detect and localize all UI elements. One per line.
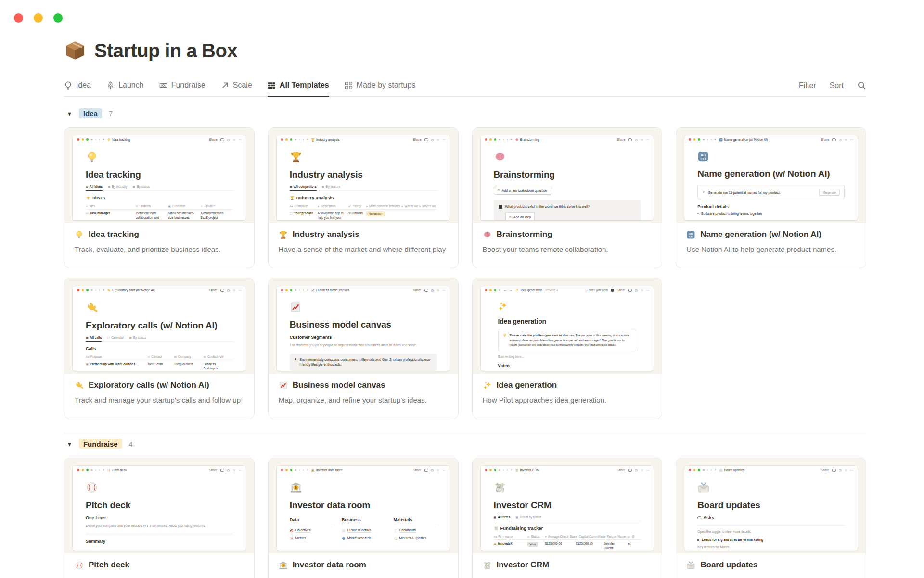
mini-cell-content: Business Developme bbox=[204, 362, 230, 370]
mini-cell-content: ▲InnovateX bbox=[494, 542, 525, 546]
card-title: ABCDName generation (w/ Notion AI) bbox=[686, 230, 856, 239]
mini-column-header-label: Company bbox=[178, 355, 191, 358]
template-card-investor-crm[interactable]: ≡‹›+Investor CRMShare◷☆⋯Investor CRM▦All… bbox=[472, 458, 663, 578]
trophy-icon bbox=[290, 196, 295, 200]
mini-zoom-icon bbox=[494, 138, 497, 141]
mini-cell-text: A comprehensive SaaS project management … bbox=[200, 211, 230, 220]
mini-cell-text: $10/month bbox=[348, 211, 363, 216]
mini-column-header-label: Status bbox=[531, 535, 540, 538]
minimize-button[interactable] bbox=[34, 13, 43, 23]
sort-button[interactable]: Sort bbox=[830, 81, 844, 90]
menu-icon: ≡ bbox=[703, 138, 705, 142]
mini-titlebar: ≡‹›+ABCDName generation (w/ Notion AI)Sh… bbox=[684, 135, 858, 144]
mini-table-cell: Jane Smith bbox=[147, 360, 174, 371]
mini-minimize-icon bbox=[489, 469, 492, 471]
mini-database-table: ⚪Idea⊙Problem▣Customer✧Solution☑Task man… bbox=[86, 203, 233, 220]
zoom-button[interactable] bbox=[53, 13, 63, 23]
card-footer: Investor CRM bbox=[473, 553, 662, 576]
template-card-industry-analysis[interactable]: ≡‹›+Industry analysisShare◷☆⋯Industry an… bbox=[268, 127, 459, 268]
card-thumbnail: ≡‹›+Business model canvasShare◷☆⋯Busines… bbox=[269, 278, 458, 374]
comments-icon bbox=[832, 138, 836, 141]
tab-made-by-startups[interactable]: Made by startups bbox=[345, 81, 416, 96]
updates-icon: ◷ bbox=[431, 468, 434, 472]
mini-table-header: ⚪Idea⊙Problem▣Customer✧Solution bbox=[86, 203, 233, 210]
page-header: Startup in a Box bbox=[64, 39, 237, 62]
template-card-exploratory-calls[interactable]: ≡‹›+Exploratory calls (w/ Notion AI)Shar… bbox=[64, 278, 255, 419]
svg-text:AB: AB bbox=[701, 153, 706, 157]
comments-icon bbox=[220, 289, 224, 292]
board-icon bbox=[342, 529, 346, 533]
mini-column-header-label: Idea bbox=[90, 204, 95, 208]
disclosure-triangle-icon[interactable]: ▼ bbox=[67, 441, 72, 447]
card-title-label: Pitch deck bbox=[89, 560, 129, 570]
mini-view-tab: ▦By feature bbox=[322, 185, 340, 190]
bank-icon: $ bbox=[311, 468, 315, 472]
column-type-icon: ≡ bbox=[366, 205, 368, 208]
template-card-investor-data-room[interactable]: ≡‹›+$Investor data roomShare◷☆⋯$Investor… bbox=[268, 458, 459, 578]
mini-view-tabs: ▦All calls▢Calendar▦By status bbox=[86, 336, 233, 342]
mini-column-header-label: Pricing bbox=[351, 204, 360, 208]
mini-cell-content: ☑Task manager bbox=[86, 211, 133, 216]
card-thumbnail: ≡‹›+$Investor data roomShare◷☆⋯$Investor… bbox=[269, 458, 458, 553]
card-description: Track and manage your startup's calls an… bbox=[75, 396, 244, 404]
mini-paragraph: Define your company and your mission in … bbox=[86, 524, 233, 528]
mini-breadcrumb: Industry analysis bbox=[311, 138, 339, 142]
template-card-board-updates[interactable]: ≡‹›+Board updatesShare◷☆⋯Board updatesAs… bbox=[676, 458, 866, 578]
favorite-icon: ☆ bbox=[232, 289, 235, 292]
tab-launch[interactable]: Launch bbox=[106, 81, 144, 96]
mini-view-tab-label: By industry bbox=[112, 185, 127, 188]
tab-all-templates[interactable]: All Templates bbox=[268, 81, 329, 97]
card-title-label: Industry analysis bbox=[293, 230, 359, 239]
search-icon[interactable] bbox=[857, 81, 866, 90]
mini-table-row: ▢Your productA navigation app to help yo… bbox=[290, 210, 437, 220]
mini-page-title: Idea tracking bbox=[86, 170, 233, 180]
back-icon: ‹ bbox=[503, 138, 504, 142]
bank-icon: $ bbox=[290, 481, 302, 494]
mini-window: ≡‹›+Pitch deckShare◷☆⋯Pitch deckOne-Line… bbox=[73, 466, 246, 551]
mini-window: ≡‹›+Exploratory calls (w/ Notion AI)Shar… bbox=[73, 286, 246, 371]
back-icon: ‹ bbox=[299, 289, 301, 292]
mini-cell-content: Jennifer Owens bbox=[604, 542, 625, 550]
filter-button[interactable]: Filter bbox=[799, 81, 816, 90]
new-page-icon: + bbox=[714, 138, 716, 142]
card-title-label: Board updates bbox=[700, 560, 757, 570]
template-card-name-generation[interactable]: ≡‹›+ABCDName generation (w/ Notion AI)Sh… bbox=[676, 127, 866, 268]
card-description: Use Notion AI to help generate product n… bbox=[686, 245, 856, 253]
mini-table-cell: $125,000.00 bbox=[576, 540, 604, 551]
back-icon: ‹ bbox=[95, 289, 97, 292]
column-type-icon: ≡ bbox=[604, 535, 605, 538]
mini-column-header-label: Average Check Size bbox=[548, 535, 576, 538]
mini-table-cell: Business Developme bbox=[204, 360, 233, 371]
package-icon[interactable] bbox=[64, 39, 86, 62]
more-icon: ⋯ bbox=[442, 289, 446, 292]
tab-idea[interactable]: Idea bbox=[64, 81, 91, 96]
forward-icon: › bbox=[303, 289, 304, 292]
mini-breadcrumb-label: Business model canvas bbox=[316, 289, 349, 292]
mini-titlebar: ≡‹›+Business model canvasShare◷☆⋯ bbox=[277, 286, 450, 294]
template-card-idea-tracking[interactable]: ≡‹›+Idea trackingShare◷☆⋯Idea tracking⊙A… bbox=[64, 127, 255, 268]
close-button[interactable] bbox=[14, 13, 23, 23]
block-icon bbox=[499, 205, 502, 209]
mini-page-link-label: Metrics bbox=[295, 536, 306, 540]
baseball-icon bbox=[75, 561, 84, 570]
mini-view-tab-label: All ideas bbox=[90, 185, 103, 188]
back-icon: ‹ bbox=[503, 468, 504, 472]
banknote-icon bbox=[159, 81, 167, 90]
abcd-icon: ABCD bbox=[697, 151, 709, 162]
tab-fundraise[interactable]: Fundraise bbox=[159, 81, 205, 96]
mini-titlebar: ≡‹›+BrainstormingShare◷☆⋯ bbox=[481, 135, 654, 144]
mini-database-table: AaPurpose⊙Contact▤Company▤Contact role▣P… bbox=[86, 354, 233, 371]
template-card-idea-generation[interactable]: ≡←→Idea generationPrivate ∨Edited just n… bbox=[472, 278, 663, 419]
disclosure-triangle-icon[interactable]: ▼ bbox=[67, 111, 72, 117]
template-card-business-model-canvas[interactable]: ≡‹›+Business model canvasShare◷☆⋯Busines… bbox=[268, 278, 459, 419]
mini-section-heading: Idea's bbox=[86, 195, 233, 200]
mini-cell-text: Jane Smith bbox=[147, 362, 163, 367]
template-card-pitch-deck[interactable]: ≡‹›+Pitch deckShare◷☆⋯Pitch deckOne-Line… bbox=[64, 458, 255, 578]
mini-view-tab-label: All firms bbox=[498, 515, 510, 519]
tab-scale[interactable]: Scale bbox=[221, 81, 252, 96]
mini-column-header-label: Where we win bbox=[404, 204, 419, 208]
callme-icon bbox=[107, 289, 111, 292]
template-card-brainstorming[interactable]: ≡‹›+BrainstormingShare◷☆⋯Brainstorming⊙A… bbox=[472, 127, 663, 268]
mini-view-tab: ⊙All ideas bbox=[86, 185, 103, 191]
page-emoji-block: $ bbox=[290, 481, 437, 496]
